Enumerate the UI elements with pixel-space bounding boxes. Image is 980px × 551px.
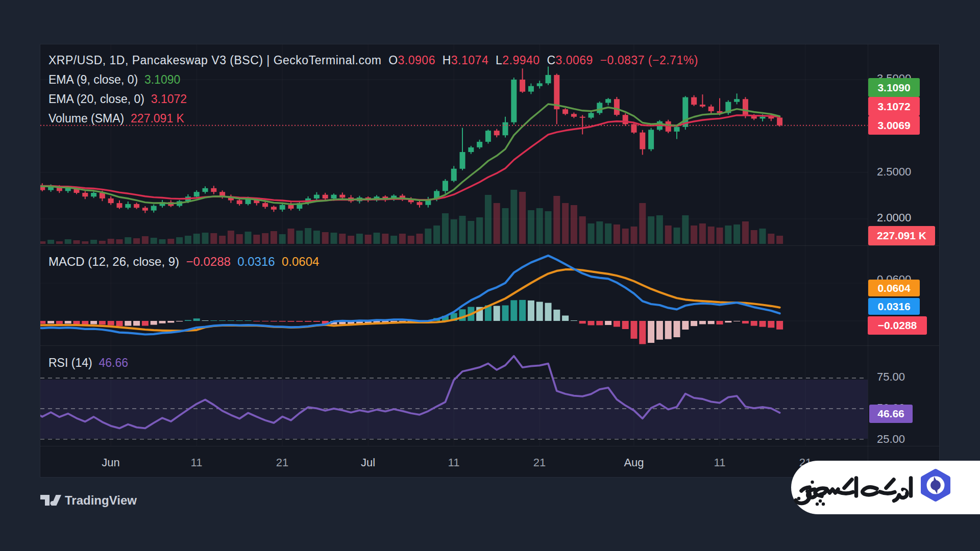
svg-text:TradingView: TradingView: [65, 494, 137, 507]
